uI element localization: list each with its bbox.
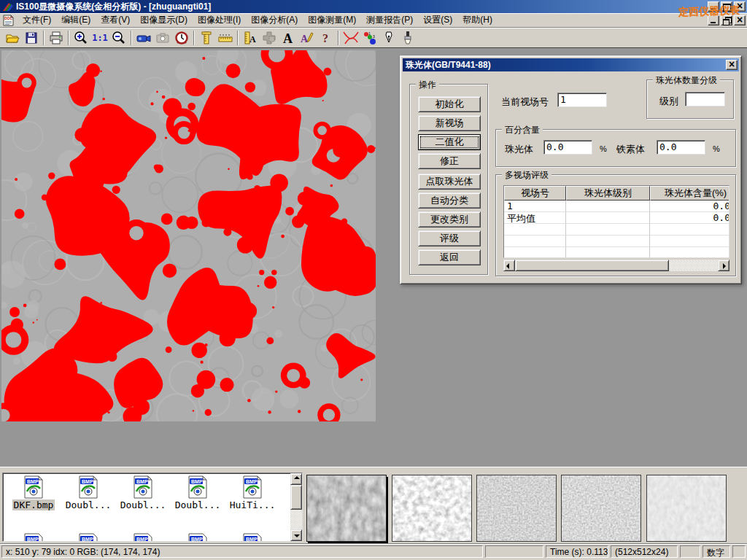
scroll-left-button[interactable]: [503, 260, 515, 271]
rating-table[interactable]: 视场号 珠光体级别 珠光体含量(%) 铁素体 1 0.0 平均值: [503, 185, 729, 258]
thumbnail-micrograph-1[interactable]: [306, 475, 387, 542]
pearlite-percent-sign: %: [600, 144, 607, 153]
file-item[interactable]: BMP Doubl...: [171, 475, 224, 510]
file-item[interactable]: BMP: [7, 533, 60, 542]
print-button[interactable]: [47, 29, 66, 47]
ruler-button[interactable]: [216, 29, 235, 47]
status-time: Time (s): 0.113: [546, 545, 608, 558]
col-field-no[interactable]: 视场号: [504, 186, 566, 201]
table-row-empty: [504, 236, 729, 247]
file-item[interactable]: BMP HuiTi...: [226, 475, 279, 510]
grade-input[interactable]: [685, 92, 725, 106]
binarize-button[interactable]: 二值化: [418, 134, 481, 150]
camera-capture-button[interactable]: [153, 29, 172, 47]
edit-annotate-button[interactable]: A: [298, 29, 317, 47]
menu-item-image-processing[interactable]: 图像处理(I): [193, 12, 246, 28]
file-item[interactable]: BMP: [171, 533, 224, 542]
minimize-button[interactable]: [708, 1, 719, 12]
menu-item-measure-report[interactable]: 测量报告(P): [361, 12, 418, 28]
mdi-restore-button[interactable]: [721, 15, 732, 26]
zoom-out-button[interactable]: [109, 29, 128, 47]
curve-tool-button[interactable]: [341, 29, 360, 47]
file-item[interactable]: BMP: [62, 533, 115, 542]
file-item[interactable]: BMP Doubl...: [62, 475, 115, 510]
brush-tool-button[interactable]: [398, 29, 417, 47]
col-pearlite-grade[interactable]: 珠光体级别: [566, 186, 650, 201]
ferrite-input[interactable]: 0.0: [657, 140, 705, 155]
actual-size-button[interactable]: 1:1: [90, 29, 109, 47]
caliper-button[interactable]: [197, 29, 216, 47]
file-item[interactable]: BMP DKF.bmp: [7, 475, 60, 510]
classify-particles-button[interactable]: 1 3: [360, 29, 379, 47]
file-name[interactable]: Doubl...: [174, 499, 222, 510]
grade-button[interactable]: 评级: [418, 230, 481, 246]
save-button[interactable]: [22, 29, 41, 47]
scrollbar-thumb[interactable]: [515, 260, 669, 271]
file-name[interactable]: DKF.bmp: [12, 499, 55, 510]
maximize-button[interactable]: [721, 1, 732, 12]
menu-item-file[interactable]: 文件(F): [18, 12, 56, 28]
merge-button[interactable]: [260, 29, 279, 47]
thumbnail-micrograph-5[interactable]: [646, 475, 727, 542]
horizontal-ruler-icon: [217, 31, 233, 45]
dialog-title-bar[interactable]: 珠光体(GB/T9441-88): [403, 58, 739, 71]
menu-item-settings[interactable]: 设置(S): [418, 12, 457, 28]
menu-item-view[interactable]: 查看(V): [96, 12, 135, 28]
return-button[interactable]: 返回: [418, 249, 481, 265]
file-name[interactable]: HuiTi...: [228, 499, 277, 510]
table-horizontal-scrollbar[interactable]: [503, 260, 729, 271]
thumbnail-micrograph-4[interactable]: [561, 475, 641, 542]
svg-text:A: A: [249, 34, 256, 44]
file-list-scrollbar[interactable]: [290, 473, 302, 541]
close-button[interactable]: [734, 1, 746, 12]
open-file-button[interactable]: [3, 29, 22, 47]
video-capture-button[interactable]: [134, 29, 153, 47]
table-row[interactable]: 1 0.0: [504, 201, 729, 212]
file-list[interactable]: BMP DKF.bmp BMP Doubl... BMP: [2, 472, 303, 542]
correct-button[interactable]: 修正: [418, 153, 481, 169]
mdi-close-button[interactable]: [734, 15, 746, 26]
dialog-close-button[interactable]: [726, 60, 738, 70]
auto-classify-button[interactable]: 自动分类: [418, 192, 481, 209]
menu-item-image-measure[interactable]: 图像测量(M): [303, 12, 361, 28]
timer-button[interactable]: [172, 29, 191, 47]
table-row[interactable]: 平均值 0.0: [504, 212, 729, 224]
pen-tool-button[interactable]: [379, 29, 398, 47]
letter-a-pencil-icon: A: [300, 31, 314, 45]
status-image-size: (512x512x24): [611, 545, 678, 558]
mdi-minimize-button[interactable]: [708, 15, 719, 26]
cell-field: 1: [504, 201, 566, 212]
scrollbar-thumb[interactable]: [290, 485, 302, 510]
scroll-up-button[interactable]: [290, 473, 302, 485]
file-item[interactable]: BMP Doubl...: [117, 475, 169, 510]
file-name[interactable]: Doubl...: [64, 499, 113, 510]
help-button[interactable]: ?: [317, 29, 336, 47]
scroll-down-button[interactable]: [290, 529, 302, 541]
text-annotate-button[interactable]: A: [279, 29, 298, 47]
cell-grade: [566, 201, 650, 212]
micrograph-binary-image[interactable]: [1, 50, 376, 421]
menu-item-help[interactable]: 帮助(H): [457, 12, 498, 28]
menu-item-image-analysis[interactable]: 图像分析(A): [246, 12, 303, 28]
thumbnail-micrograph-2[interactable]: [392, 475, 472, 542]
file-name[interactable]: Doubl...: [119, 499, 168, 510]
svg-text:3: 3: [373, 34, 375, 39]
measure-annotate-button[interactable]: A: [241, 29, 260, 47]
current-field-input[interactable]: 1: [557, 93, 607, 107]
thumbnail-micrograph-3[interactable]: [476, 475, 557, 542]
change-class-button[interactable]: 更改类别: [418, 211, 481, 228]
ruler-text-icon: A: [243, 31, 258, 45]
file-item[interactable]: BMP: [226, 533, 279, 542]
file-item[interactable]: BMP: [117, 533, 169, 542]
col-pearlite-content[interactable]: 珠光体含量(%): [650, 186, 729, 201]
bmp-file-icon: BMP: [187, 533, 209, 542]
pearlite-input[interactable]: 0.0: [543, 140, 592, 155]
scroll-right-button[interactable]: [718, 260, 729, 271]
menu-item-image-display[interactable]: 图像显示(D): [135, 12, 193, 28]
menu-item-edit[interactable]: 编辑(E): [56, 12, 96, 28]
svg-text:BMP: BMP: [136, 537, 148, 542]
zoom-in-button[interactable]: [71, 29, 90, 47]
initialize-button[interactable]: 初始化: [418, 96, 481, 112]
pick-pearlite-button[interactable]: 点取珠光体: [418, 174, 481, 190]
new-field-button[interactable]: 新视场: [418, 115, 481, 131]
